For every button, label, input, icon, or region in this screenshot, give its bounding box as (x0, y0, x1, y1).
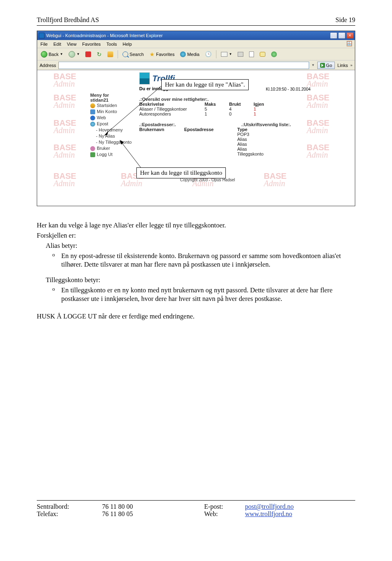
col-maks: Maks (205, 102, 229, 107)
close-button[interactable]: ✕ (346, 32, 354, 39)
mail-button[interactable]: ▼ (220, 51, 233, 58)
history-button[interactable]: 🕒 (204, 50, 213, 58)
menu-view[interactable]: View (67, 42, 77, 47)
menu-file[interactable]: File (40, 42, 48, 47)
search-icon (122, 51, 128, 57)
go-arrow-icon (320, 63, 325, 68)
footer-telefax-value: 76 11 80 05 (102, 510, 204, 518)
footer-web-link[interactable]: www.trollfjord.no (245, 510, 292, 518)
watermark: BASEAdmin (53, 119, 76, 134)
go-label: Go (326, 63, 332, 68)
refresh-button[interactable]: ↻ (96, 50, 103, 58)
ie-titlebar: Webgui - Kontoadministrasjon - Microsoft… (37, 31, 355, 40)
media-icon (180, 51, 186, 57)
refresh-icon: ↻ (97, 51, 102, 58)
windows-flag-icon: 🪟 (346, 41, 352, 47)
table-row: Aliaser / Tilleggskontoer 5 4 1 (139, 107, 315, 111)
home-button[interactable] (106, 51, 114, 58)
history-icon: 🕒 (205, 51, 212, 57)
table-row: Alias (139, 137, 315, 142)
timestamp: Kl.10:28:50 - 30.01.2004 (266, 87, 311, 91)
watermark: BASEAdmin (53, 144, 76, 158)
globe-mail-icon (90, 122, 95, 127)
footer-sentralbord-value: 76 11 80 00 (102, 503, 204, 510)
ie-menubar: File Edit View Favorites Tools Help 🪟 (37, 40, 355, 48)
husk-text: HUSK Å LOGGE UT når dere er ferdige med … (37, 312, 355, 321)
callout-alias: Her kan du legge til nye "Alias". (161, 79, 249, 90)
tillegg-betyr-label: Tilleggskonto betyr: (46, 276, 355, 284)
watermark: BASEAdmin (53, 172, 76, 187)
stop-icon (85, 51, 91, 57)
ie-toolbar: Back ▼ ▼ ↻ Search ★ Favorites Media (37, 48, 355, 60)
edit-doc-button[interactable] (248, 51, 255, 58)
menu-tools[interactable]: Tools (107, 42, 117, 47)
go-button[interactable]: Go (317, 62, 335, 69)
forward-button[interactable]: ▼ (67, 50, 81, 58)
footer-epost-label: E-post: (204, 503, 245, 510)
maximize-button[interactable]: □ (338, 32, 345, 39)
links-label[interactable]: Links (337, 63, 348, 68)
intro-text: Her kan du velge å lage nye Alias'er ell… (37, 221, 355, 229)
col-epostadresse: Epostadresse (184, 127, 237, 132)
ie-window-title: Webgui - Kontoadministrasjon - Microsoft… (46, 33, 163, 38)
back-button[interactable]: Back ▼ (40, 50, 64, 58)
svg-marker-3 (120, 140, 124, 145)
table-row: Autoresponders 1 0 1 (139, 111, 315, 116)
col-type: Type (237, 127, 270, 132)
ie-app-icon (39, 33, 45, 38)
footer-epost-link[interactable]: post@trollfjord.no (245, 503, 294, 510)
print-button[interactable] (236, 51, 245, 58)
watermark: BASEAdmin (53, 94, 76, 109)
doc-page-num: Side 19 (336, 16, 355, 24)
annotation-line-1 (102, 85, 164, 136)
mail-icon (221, 52, 227, 57)
tillegg-bullet-text: En tilleggskonto er en ny konto med nytt… (61, 286, 355, 303)
back-label: Back (49, 52, 58, 57)
globe-icon (90, 116, 95, 120)
annotation-line-2 (119, 140, 143, 170)
svg-line-2 (121, 142, 141, 168)
search-button[interactable]: Search (121, 51, 145, 58)
alias-betyr-label: Alias betyr: (46, 241, 355, 250)
trollfjord-logo-icon (139, 72, 150, 85)
forward-arrow-icon (69, 51, 75, 58)
callout-tilleggskonto: Her kan du legge til tilleggskonto (136, 167, 226, 178)
favorites-label: Favorites (156, 52, 174, 57)
address-label: Address (40, 63, 56, 68)
bullet-mark: o (52, 286, 57, 303)
print-icon (238, 52, 243, 57)
svg-marker-1 (104, 131, 108, 136)
edit-icon (249, 51, 254, 57)
utskrift-header[interactable]: .:Utskriftsvennlig liste:. (241, 122, 291, 127)
footer-sentralbord-label: Sentralbord: (37, 503, 102, 510)
address-input[interactable] (58, 62, 309, 69)
rights-header: .:Oversikt over mine rettigheter:. (139, 97, 315, 102)
user-icon (90, 146, 95, 151)
messenger-button[interactable] (270, 51, 278, 58)
minimize-button[interactable]: _ (330, 32, 337, 39)
media-label: Media (187, 52, 199, 57)
messenger-icon (271, 51, 277, 57)
watermark: BASEAdmin (53, 73, 76, 87)
menu-favorites[interactable]: Favorites (82, 42, 100, 47)
star-icon: ★ (149, 51, 155, 58)
menu-edit[interactable]: Edit (53, 42, 61, 47)
discuss-button[interactable] (258, 51, 267, 58)
footer-rule (37, 500, 355, 501)
svg-line-0 (107, 86, 162, 133)
col-igjen: Igjen (254, 102, 278, 107)
watermark: BASEAdmin (264, 172, 287, 187)
header-rule (37, 25, 355, 26)
media-button[interactable]: Media (179, 51, 200, 58)
bullet-mark: o (52, 252, 57, 269)
table-row: POP3 (139, 132, 315, 137)
col-brukt: Brukt (229, 102, 254, 107)
favorites-button[interactable]: ★ Favorites (148, 50, 176, 58)
footer-telefax-label: Telefax: (37, 510, 102, 518)
back-arrow-icon (41, 51, 47, 58)
stop-button[interactable] (84, 51, 92, 58)
table-row: Alias (139, 142, 315, 147)
menu-help[interactable]: Help (122, 42, 132, 47)
forskjellen-label: Forskjellen er: (37, 231, 355, 240)
question-icon (90, 103, 95, 108)
